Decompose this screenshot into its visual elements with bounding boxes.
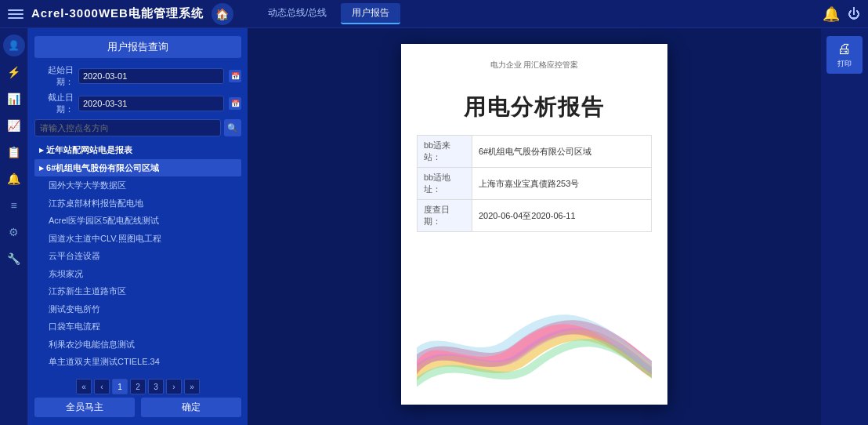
tree-item[interactable]: 东坝家况 [34, 265, 241, 283]
tree-item[interactable]: 利果农沙电能信息测试 [34, 336, 241, 354]
page-1-button[interactable]: 1 [112, 379, 128, 394]
pagination: « ‹ 1 2 3 › » [34, 379, 241, 394]
nav-item-dynamic[interactable]: 动态总线/总线 [257, 3, 338, 24]
search-row: 🔍 [34, 119, 241, 136]
bell-icon[interactable]: 🔔 [3, 168, 25, 190]
tree-item[interactable]: 云平台连设器 [34, 247, 241, 265]
page-3-button[interactable]: 3 [148, 379, 164, 394]
page-last-button[interactable]: » [184, 379, 200, 394]
page-first-button[interactable]: « [76, 379, 92, 394]
alarm-icon[interactable]: 🔔 [823, 5, 840, 23]
topbar-right: 🔔 ⏻ [823, 5, 860, 23]
page-prev-button[interactable]: ‹ [94, 379, 110, 394]
export-button[interactable]: 全员马主 [34, 398, 135, 417]
page-next-button[interactable]: › [166, 379, 182, 394]
topbar: Acrel-3000WEB电能管理系统 🏠 动态总线/总线 用户报告 🔔 ⏻ [0, 0, 868, 28]
report-header-text: 电力企业 用汇格应控管案 [417, 60, 652, 71]
lightning-icon[interactable]: ⚡ [3, 61, 25, 83]
user-avatar[interactable]: 👤 [3, 35, 25, 56]
tree-item[interactable]: ▸ 6#机组电气股份有限公司区域 [34, 159, 241, 177]
report-info-label: bb适地址： [418, 168, 472, 200]
end-date-calendar-icon[interactable]: 📅 [229, 97, 241, 110]
report-title: 用电分析报告 [417, 93, 652, 122]
tree-item[interactable]: 实机器制ACREL测试配件网系统 [34, 371, 241, 375]
tree-item[interactable]: 国道水主道中CLV.照图电工程 [34, 230, 241, 248]
list-icon[interactable]: ≡ [3, 194, 25, 216]
chart-icon[interactable]: 📊 [3, 88, 25, 110]
report-wave-decoration [417, 311, 652, 389]
print-button[interactable]: 🖨 打印 [826, 36, 863, 74]
printer-icon: 🖨 [837, 41, 852, 57]
graph-icon[interactable]: 📈 [3, 114, 25, 136]
tree-item[interactable]: Acrel医学园区5配电配线测试 [34, 212, 241, 230]
home-button[interactable]: 🏠 [212, 3, 233, 25]
power-icon[interactable]: ⏻ [848, 7, 860, 21]
hamburger-icon[interactable] [8, 6, 24, 22]
bottom-buttons: 全员马主 确定 [34, 398, 241, 417]
report-info-label: 度查日期： [418, 200, 472, 232]
start-date-label: 起始日期： [34, 64, 74, 88]
end-date-label: 截止日期： [34, 92, 74, 115]
report-area: 电力企业 用汇格应控管案 用电分析报告 bb适来站：6#机组电气股份有限公司区域… [248, 28, 821, 425]
confirm-button[interactable]: 确定 [141, 398, 241, 417]
left-panel: 用户报告查询 起始日期： 📅 截止日期： 📅 🔍 ▸ 近年站配网站电是报表▸ 6… [28, 28, 248, 425]
report-info-value: 上海市嘉业宝真债路253号 [472, 168, 652, 200]
panel-title: 用户报告查询 [34, 36, 241, 58]
report-info-value: 2020-06-04至2020-06-11 [472, 200, 652, 232]
report-info-value: 6#机组电气股份有限公司区域 [472, 136, 652, 168]
tree-item[interactable]: 口袋车电流程 [34, 318, 241, 336]
start-date-input[interactable] [78, 68, 224, 84]
search-button[interactable]: 🔍 [224, 119, 241, 136]
nav-item-user-report[interactable]: 用户报告 [341, 3, 400, 24]
search-input[interactable] [34, 119, 221, 136]
report-info-table: bb适来站：6#机组电气股份有限公司区域bb适地址：上海市嘉业宝真债路253号度… [417, 135, 652, 232]
print-label: 打印 [837, 59, 852, 69]
clipboard-icon[interactable]: 📋 [3, 141, 25, 163]
right-panel: 🖨 打印 [821, 28, 868, 425]
report-info-label: bb适来站： [418, 136, 472, 168]
settings-icon[interactable]: ⚙ [3, 221, 25, 243]
app-title: Acrel-3000WEB电能管理系统 [31, 6, 204, 21]
top-nav: 动态总线/总线 用户报告 [257, 3, 400, 24]
sidebar-icon-strip: 👤 ⚡ 📊 📈 📋 🔔 ≡ ⚙ 🔧 [0, 28, 28, 425]
tree-item[interactable]: 江苏新生主道路市区 [34, 282, 241, 300]
page-2-button[interactable]: 2 [130, 379, 146, 394]
report-page: 电力企业 用汇格应控管案 用电分析报告 bb适来站：6#机组电气股份有限公司区域… [401, 44, 667, 405]
tree-item[interactable]: 国外大学大学数据区 [34, 176, 241, 194]
start-date-row: 起始日期： 📅 [34, 64, 241, 88]
tree-item[interactable]: 测试变电所竹 [34, 300, 241, 318]
end-date-row: 截止日期： 📅 [34, 92, 241, 115]
end-date-input[interactable] [78, 96, 224, 111]
tree-item[interactable]: 江苏桌部材料报告配电地 [34, 194, 241, 212]
tree-item[interactable]: ▸ 近年站配网站电是报表 [34, 141, 241, 159]
start-date-calendar-icon[interactable]: 📅 [229, 70, 241, 82]
tree-list: ▸ 近年站配网站电是报表▸ 6#机组电气股份有限公司区域国外大学大学数据区江苏桌… [34, 141, 241, 374]
main-layout: 👤 ⚡ 📊 📈 📋 🔔 ≡ ⚙ 🔧 用户报告查询 起始日期： 📅 截止日期： 📅… [0, 28, 868, 425]
wrench-icon[interactable]: 🔧 [3, 248, 25, 270]
tree-item[interactable]: 单主道双夫里测试CTIELE.34 [34, 353, 241, 371]
